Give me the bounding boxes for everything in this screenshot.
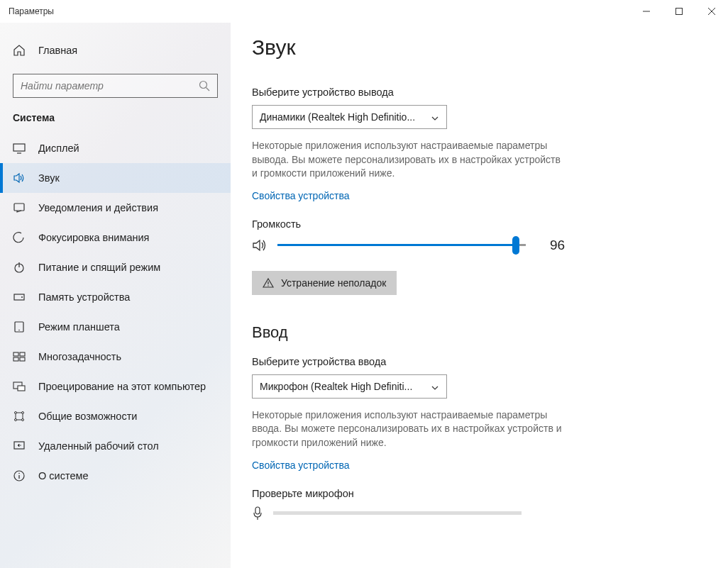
- search-input[interactable]: [21, 80, 199, 91]
- sidebar-item-label: Удаленный рабочий стол: [38, 440, 159, 452]
- volume-label: Громкость: [252, 218, 707, 230]
- svg-rect-18: [20, 357, 25, 361]
- sidebar-item-label: Проецирование на этот компьютер: [38, 381, 206, 392]
- sidebar: Главная Система Дисплей Звук Уведомления…: [0, 23, 231, 568]
- troubleshoot-label: Устранение неполадок: [281, 277, 386, 289]
- search-box[interactable]: [13, 74, 218, 98]
- maximize-button[interactable]: [663, 0, 695, 23]
- close-button[interactable]: [695, 0, 728, 23]
- svg-rect-6: [13, 144, 25, 151]
- multitask-icon: [13, 350, 26, 363]
- sidebar-item-label: Режим планшета: [38, 321, 120, 333]
- page-title: Звук: [252, 35, 707, 60]
- svg-point-23: [15, 419, 17, 421]
- svg-point-22: [22, 412, 24, 414]
- window-title: Параметры: [9, 6, 630, 16]
- power-icon: [13, 261, 26, 274]
- sidebar-item-remote[interactable]: Удаленный рабочий стол: [0, 431, 231, 461]
- home-icon: [13, 44, 26, 57]
- display-icon: [13, 142, 26, 155]
- volume-value: 96: [550, 238, 565, 253]
- svg-point-4: [200, 82, 207, 89]
- svg-point-28: [18, 473, 20, 474]
- notifications-icon: [13, 201, 26, 214]
- focus-icon: [13, 231, 26, 244]
- sidebar-item-label: О системе: [38, 470, 88, 481]
- sidebar-item-notifications[interactable]: Уведомления и действия: [0, 193, 231, 223]
- volume-slider[interactable]: [277, 237, 526, 254]
- input-description: Некоторые приложения используют настраив…: [252, 408, 564, 450]
- troubleshoot-button[interactable]: Устранение неполадок: [252, 271, 397, 295]
- output-description: Некоторые приложения используют настраив…: [252, 139, 564, 181]
- about-icon: [13, 469, 26, 482]
- sidebar-item-focus[interactable]: Фокусировка внимания: [0, 223, 231, 252]
- speaker-icon: [252, 238, 268, 253]
- svg-point-12: [21, 296, 23, 298]
- slider-thumb[interactable]: [512, 236, 519, 255]
- tablet-icon: [13, 321, 26, 333]
- sidebar-item-multitask[interactable]: Многозадачность: [0, 342, 231, 372]
- sidebar-item-sound[interactable]: Звук: [0, 163, 231, 193]
- input-heading: Ввод: [252, 323, 707, 342]
- svg-line-5: [206, 88, 210, 91]
- titlebar: Параметры: [0, 0, 728, 23]
- output-device-label: Выберите устройство вывода: [252, 87, 707, 98]
- sidebar-item-label: Общие возможности: [38, 411, 137, 422]
- chevron-down-icon: [431, 382, 439, 391]
- mic-level-bar: [273, 511, 522, 515]
- chevron-down-icon: [431, 113, 439, 121]
- sound-icon: [13, 172, 26, 184]
- svg-point-24: [22, 419, 24, 421]
- warning-icon: [263, 277, 274, 289]
- sidebar-item-label: Фокусировка внимания: [38, 232, 149, 243]
- sidebar-item-label: Звук: [38, 172, 60, 184]
- input-device-label: Выберите устройства ввода: [252, 356, 707, 367]
- sidebar-item-shared[interactable]: Общие возможности: [0, 401, 231, 431]
- sidebar-item-storage[interactable]: Память устройства: [0, 282, 231, 312]
- sidebar-item-about[interactable]: О системе: [0, 461, 231, 491]
- home-nav[interactable]: Главная: [0, 38, 231, 62]
- input-properties-link[interactable]: Свойства устройства: [252, 460, 350, 471]
- storage-icon: [13, 291, 26, 304]
- sidebar-item-label: Уведомления и действия: [38, 202, 158, 213]
- svg-rect-31: [255, 507, 260, 514]
- minimize-button[interactable]: [630, 0, 663, 23]
- home-label: Главная: [38, 45, 77, 56]
- svg-rect-17: [13, 357, 18, 361]
- sidebar-item-projecting[interactable]: Проецирование на этот компьютер: [0, 372, 231, 401]
- sidebar-item-label: Дисплей: [38, 143, 79, 154]
- svg-rect-1: [676, 9, 683, 15]
- svg-rect-15: [13, 352, 18, 356]
- svg-rect-20: [18, 386, 25, 391]
- svg-point-14: [18, 330, 20, 331]
- input-device-value: Микрофон (Realtek High Definiti...: [260, 381, 431, 392]
- sidebar-item-label: Питание и спящий режим: [38, 262, 160, 273]
- svg-point-21: [15, 412, 17, 414]
- svg-rect-8: [14, 204, 24, 211]
- microphone-icon: [252, 506, 263, 520]
- sidebar-item-tablet[interactable]: Режим планшета: [0, 312, 231, 342]
- sidebar-item-label: Память устройства: [38, 291, 130, 303]
- project-icon: [13, 380, 26, 393]
- search-icon: [199, 80, 210, 91]
- sidebar-item-label: Многозадачность: [38, 351, 121, 362]
- output-properties-link[interactable]: Свойства устройства: [252, 190, 350, 201]
- svg-point-30: [268, 285, 268, 286]
- nav-list: Дисплей Звук Уведомления и действия Фоку…: [0, 133, 231, 491]
- main-content: Звук Выберите устройство вывода Динамики…: [231, 23, 728, 568]
- mic-test-label: Проверьте микрофон: [252, 488, 707, 499]
- remote-icon: [13, 440, 26, 452]
- input-device-select[interactable]: Микрофон (Realtek High Definiti...: [252, 374, 447, 399]
- output-device-value: Динамики (Realtek High Definitio...: [260, 111, 431, 123]
- shared-icon: [13, 410, 26, 423]
- sidebar-item-display[interactable]: Дисплей: [0, 133, 231, 163]
- output-device-select[interactable]: Динамики (Realtek High Definitio...: [252, 105, 447, 129]
- sidebar-item-power[interactable]: Питание и спящий режим: [0, 252, 231, 282]
- svg-rect-16: [20, 352, 25, 356]
- category-header: Система: [0, 112, 231, 133]
